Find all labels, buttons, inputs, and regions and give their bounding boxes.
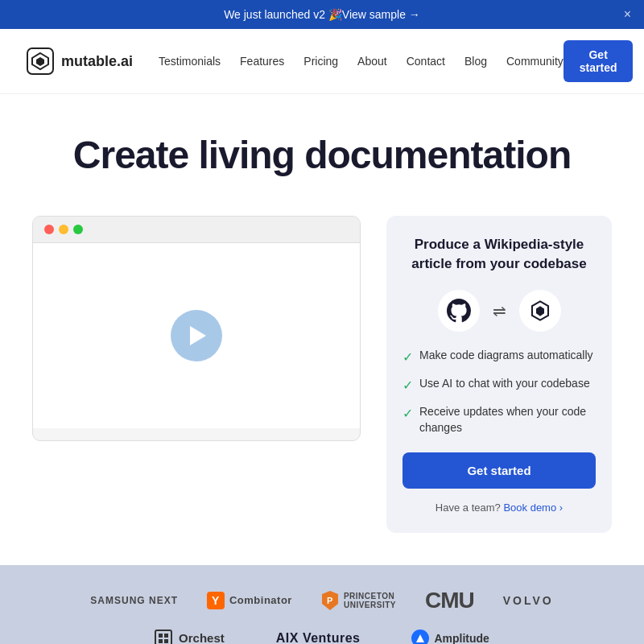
banner-close-button[interactable]: ×	[624, 7, 631, 22]
hero-section: Create living documentation	[0, 94, 644, 203]
amplitude-icon	[411, 630, 429, 644]
logos-row-1: SAMSUNG NEXT Y Combinator P PRINCETON UN…	[32, 588, 612, 613]
logo-cmu: CMU	[425, 588, 474, 613]
nav-community[interactable]: Community	[506, 55, 564, 68]
team-text: Have a team? Book demo ›	[402, 502, 596, 514]
logo[interactable]: mutable.ai	[26, 47, 133, 76]
logo-aix-ventures: AIX Ventures	[276, 631, 361, 644]
nav-about[interactable]: About	[357, 55, 387, 68]
card-get-started-button[interactable]: Get started	[402, 452, 596, 489]
window-dot-yellow	[59, 225, 68, 234]
feature-item-3: ✓ Receive updates when your code changes	[402, 404, 596, 436]
svg-rect-9	[159, 639, 163, 643]
logo-text: mutable.ai	[61, 53, 133, 70]
logo-ycombinator: Y Combinator	[207, 592, 292, 609]
nav-features[interactable]: Features	[240, 55, 284, 68]
svg-text:P: P	[327, 596, 333, 605]
window-dot-red	[44, 225, 54, 234]
logo-amplitude: Amplitude	[411, 630, 489, 644]
github-icon	[438, 290, 480, 332]
feature-item-2: ✓ Use AI to chat with your codebase	[402, 376, 596, 394]
video-titlebar	[33, 217, 360, 243]
video-body	[33, 243, 360, 428]
main-content: Produce a Wikipedia-style article from y…	[0, 203, 644, 559]
announcement-banner: We just launched v2 🎉 View sample → ×	[0, 0, 644, 29]
nav-contact[interactable]: Contact	[407, 55, 445, 68]
mutable-icon	[519, 290, 561, 332]
feature-card-title: Produce a Wikipedia-style article from y…	[402, 235, 596, 274]
arrow-right-left-icon: ⇌	[493, 301, 506, 320]
logos-row-2: Orchest AIX Ventures Amplitude	[32, 630, 612, 644]
nav-pricing[interactable]: Pricing	[303, 55, 338, 68]
nav-blog[interactable]: Blog	[464, 55, 487, 68]
logo-volvo: VOLVO	[503, 594, 554, 607]
svg-marker-11	[416, 634, 424, 642]
logo-princeton: P PRINCETON UNIVERSITY	[321, 590, 396, 611]
svg-rect-10	[164, 639, 168, 643]
main-nav: mutable.ai Testimonials Features Pricing…	[0, 29, 644, 94]
nav-links: Testimonials Features Pricing About Cont…	[159, 54, 564, 68]
svg-rect-8	[164, 634, 168, 638]
svg-marker-4	[536, 306, 544, 316]
banner-link[interactable]: View sample →	[342, 8, 420, 21]
icon-row: ⇌	[402, 290, 596, 332]
check-icon-2: ✓	[402, 377, 413, 394]
svg-marker-2	[36, 57, 44, 66]
book-demo-link[interactable]: Book demo ›	[503, 502, 563, 514]
hero-title: Create living documentation	[26, 133, 618, 177]
feature-card: Produce a Wikipedia-style article from y…	[386, 216, 612, 533]
check-icon-1: ✓	[402, 349, 413, 366]
banner-text: We just launched v2 🎉	[224, 8, 342, 21]
svg-rect-7	[159, 634, 163, 638]
check-icon-3: ✓	[402, 405, 413, 423]
play-icon	[190, 326, 206, 345]
logo-orchest: Orchest	[155, 630, 225, 644]
play-button[interactable]	[171, 310, 222, 361]
logos-section: SAMSUNG NEXT Y Combinator P PRINCETON UN…	[0, 565, 644, 644]
logo-samsung: SAMSUNG NEXT	[90, 595, 178, 606]
feature-item-1: ✓ Make code diagrams automatically	[402, 348, 596, 366]
video-preview	[32, 216, 361, 441]
nav-testimonials[interactable]: Testimonials	[159, 55, 221, 68]
feature-list: ✓ Make code diagrams automatically ✓ Use…	[402, 348, 596, 436]
princeton-shield-icon: P	[321, 590, 339, 611]
orchest-icon	[155, 630, 172, 644]
nav-get-started-button[interactable]: Get started	[564, 40, 634, 82]
window-dot-green	[73, 225, 83, 234]
logo-icon	[26, 47, 55, 76]
